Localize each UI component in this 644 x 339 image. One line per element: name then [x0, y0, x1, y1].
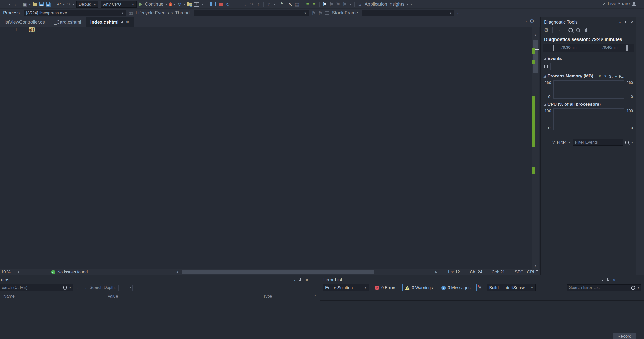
column-type[interactable]: Type [263, 294, 272, 299]
search-back-icon[interactable]: ← [76, 285, 80, 290]
column-indicator[interactable]: Col: 21 [492, 270, 505, 274]
breakpoints-disable-icon[interactable]: ≠ [266, 1, 272, 8]
hscroll-left-icon[interactable]: ◀ [176, 270, 178, 274]
space-mode-indicator[interactable]: SPC [515, 270, 523, 274]
show-next-statement-icon[interactable]: → [235, 1, 242, 8]
close-icon[interactable]: ✕ [613, 278, 616, 282]
editor-vertical-scrollbar[interactable]: ▲ ▼ [532, 27, 539, 269]
sort-arrow-icon[interactable]: ▲ [314, 294, 316, 297]
save-all-icon[interactable] [46, 2, 50, 6]
browser-window-icon[interactable]: ⌂ [194, 2, 199, 7]
tab-list-chevron-icon[interactable]: ▾ [525, 19, 527, 23]
search-icon[interactable] [63, 286, 67, 290]
search-forward-icon[interactable]: → [83, 285, 87, 290]
dropdown-chevron-icon[interactable]: ▼ [165, 3, 168, 6]
next-bookmark-icon[interactable]: ⚑ [335, 1, 341, 8]
process-dropdown[interactable]: [8524] iisexpress.exe▼ [24, 10, 126, 16]
hot-reload-flame-icon[interactable] [169, 2, 172, 6]
toolbar-overflow-icon[interactable]: ▾ [201, 3, 204, 6]
lifecycle-icon[interactable]: ▦ [128, 10, 134, 16]
scope-dropdown[interactable]: Entire Solution▼ [323, 284, 369, 291]
solution-config-dropdown[interactable]: Debug▼ [76, 1, 98, 8]
warnings-toggle-button[interactable]: 0 Warnings [402, 284, 436, 291]
platform-dropdown[interactable]: Any CPU▼ [101, 1, 137, 8]
toolbar-overflow-icon[interactable]: ▾ [409, 3, 413, 6]
expander-icon[interactable]: ◢ [544, 74, 546, 78]
tab-istviewcontroller-cs[interactable]: istViewController.cs [0, 17, 49, 27]
flag-threads-icon[interactable]: ⚑ [310, 10, 317, 16]
step-out-icon[interactable]: ↑ [255, 1, 262, 8]
tab--card-cshtml[interactable]: _Card.cshtml [49, 17, 86, 27]
dropdown-chevron-icon[interactable]: ▼ [72, 3, 75, 6]
record-button[interactable]: Record [613, 333, 636, 339]
search-chevron-icon[interactable]: ▼ [631, 141, 634, 144]
column-name[interactable]: Name [3, 294, 15, 299]
save-icon[interactable] [39, 2, 44, 6]
timeline-left-handle[interactable] [553, 45, 554, 51]
filter-funnel-icon[interactable]: ∇ [552, 140, 555, 145]
scroll-down-icon[interactable]: ▼ [532, 264, 539, 267]
hscroll-right-icon[interactable]: ▶ [435, 270, 437, 274]
events-pause-icon[interactable] [544, 65, 548, 68]
dropdown-chevron-icon[interactable]: ▼ [8, 3, 11, 6]
stack-frame-dropdown[interactable]: ▼ [362, 10, 454, 16]
stack-frame-icon[interactable]: ☰ [324, 10, 330, 16]
account-icon[interactable] [632, 2, 636, 6]
window-position-chevron-icon[interactable]: ▾ [619, 21, 621, 24]
nav-back-icon[interactable]: ← [2, 1, 8, 8]
bookmark-icon[interactable]: ⚑ [321, 1, 328, 8]
session-timeline[interactable]: 79:30min 79:40min [543, 44, 634, 52]
dropdown-chevron-icon[interactable]: ▼ [28, 3, 31, 6]
app-insights-bulb-icon[interactable]: ☼ [356, 1, 363, 8]
timeline-right-handle[interactable] [626, 45, 628, 51]
pin-icon[interactable] [624, 21, 627, 24]
new-project-icon[interactable]: ▣ [22, 1, 28, 8]
dropdown-chevron-icon[interactable]: ▼ [62, 3, 65, 6]
error-list-search-input[interactable]: Search Error List ▼ [567, 284, 641, 291]
window-position-chevron-icon[interactable]: ▾ [294, 278, 295, 282]
close-icon[interactable]: ✕ [126, 20, 129, 24]
search-icon[interactable] [625, 141, 629, 144]
redo-icon[interactable]: ↷ [65, 1, 72, 8]
prev-bookmark-icon[interactable]: ⚑ [328, 1, 335, 8]
close-icon[interactable]: ✕ [305, 278, 308, 282]
task-list-icon[interactable]: ≡ [304, 1, 311, 8]
close-icon[interactable]: ✕ [630, 20, 634, 25]
apply-code-changes-icon[interactable]: abc✓ [278, 1, 286, 8]
undo-icon[interactable]: ↶ [56, 1, 62, 8]
autos-search-input[interactable]: earch (Ctrl+E) ▼ [0, 284, 73, 291]
thread-dropdown[interactable]: ▼ [194, 10, 309, 16]
editor-options-gear-icon[interactable]: ⚙ [530, 18, 534, 24]
zoom-out-icon[interactable] [576, 28, 580, 32]
pin-icon[interactable] [121, 20, 123, 24]
build-filter-dropdown[interactable]: Build + IntelliSense▼ [487, 284, 536, 291]
scroll-up-icon[interactable]: ▲ [532, 33, 539, 37]
toolbar-overflow-icon[interactable]: ▾ [349, 3, 352, 6]
restart-debug-icon[interactable]: ↻ [225, 1, 231, 8]
char-indicator[interactable]: Ch: 24 [470, 270, 482, 274]
zoom-in-icon[interactable] [568, 28, 573, 32]
toolbar-overflow-icon[interactable]: ▾ [273, 3, 276, 6]
step-over-icon[interactable]: ↷ [248, 1, 255, 8]
search-icon[interactable] [631, 286, 635, 290]
dropdown-chevron-icon[interactable]: ▼ [173, 3, 176, 6]
pin-icon[interactable] [299, 278, 301, 282]
hscroll-thumb[interactable] [182, 270, 374, 274]
column-value[interactable]: Value [108, 294, 118, 299]
search-chevron-icon[interactable]: ▼ [69, 286, 71, 289]
window-position-chevron-icon[interactable]: ▾ [601, 278, 603, 282]
filter-events-input[interactable]: Filter Events [573, 139, 623, 146]
reset-view-chart-icon[interactable] [584, 28, 587, 32]
filter-chevron-icon[interactable]: ▼ [568, 141, 571, 144]
toolbar-overflow-icon[interactable]: ▾ [456, 12, 460, 14]
dropdown-chevron-icon[interactable]: ▼ [171, 12, 174, 15]
live-share-button[interactable]: ↗ Live Share [602, 1, 636, 6]
nav-forward-icon[interactable]: → [11, 1, 18, 8]
code-editor[interactable]: 1@{ [0, 27, 532, 269]
flag-current-icon[interactable]: ⚑ [317, 10, 324, 16]
dropdown-chevron-icon[interactable]: ▼ [183, 3, 186, 6]
selection-pointer-icon[interactable]: ↖ [287, 1, 294, 8]
search-depth-dropdown[interactable]: ▼ [118, 285, 133, 291]
zoom-control[interactable]: 10 % ▼ [1, 270, 32, 274]
tab-index-cshtml[interactable]: Index.cshtml✕ [86, 17, 134, 27]
